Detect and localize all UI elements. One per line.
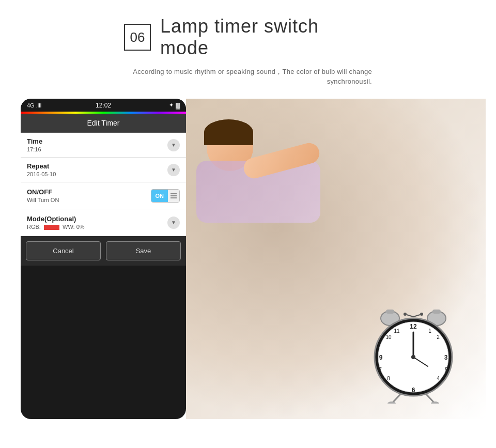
svg-text:12: 12: [410, 323, 417, 330]
svg-text:11: 11: [394, 328, 400, 334]
svg-text:6: 6: [412, 387, 415, 394]
toggle-on-label[interactable]: ON: [151, 190, 168, 202]
main-content: 4G .lll 12:02 ✦ ▓ Edit Timer Time 17:16 …: [0, 99, 496, 419]
svg-text:2: 2: [437, 334, 440, 340]
page-title: Lamp timer switch mode: [160, 16, 372, 59]
svg-text:8: 8: [387, 376, 390, 381]
time-chevron[interactable]: ▼: [167, 139, 180, 151]
svg-line-6: [413, 315, 420, 317]
cancel-button[interactable]: Cancel: [26, 241, 101, 260]
svg-text:1: 1: [428, 328, 431, 334]
on-off-toggle[interactable]: ON: [151, 189, 180, 203]
svg-text:7: 7: [379, 367, 382, 373]
svg-point-28: [431, 401, 439, 404]
action-buttons: Cancel Save: [21, 236, 186, 266]
svg-line-25: [393, 394, 400, 403]
svg-text:3: 3: [444, 354, 448, 361]
onoff-row[interactable]: ON/OFF Will Turn ON ON: [21, 182, 186, 209]
svg-point-5: [404, 313, 407, 316]
svg-rect-2: [386, 310, 394, 314]
svg-point-27: [388, 401, 396, 404]
repeat-row[interactable]: Repeat 2016-05-10 ▼: [21, 158, 186, 182]
subtitle-text: According to music rhythm or speaking so…: [133, 68, 372, 85]
svg-line-26: [426, 394, 434, 403]
rgb-color-bar: [44, 225, 59, 230]
status-right: ✦ ▓: [169, 102, 180, 109]
repeat-chevron[interactable]: ▼: [167, 164, 180, 176]
section-number: 06: [124, 24, 151, 51]
mode-chevron[interactable]: ▼: [167, 217, 180, 229]
status-bar: 4G .lll 12:02 ✦ ▓: [21, 99, 186, 112]
mode-row[interactable]: Mode(Optional) RGB: WW: 0% ▼: [21, 209, 186, 236]
app-header: Edit Timer: [21, 114, 186, 133]
timer-rows: Time 17:16 ▼ Repeat 2016-05-10 ▼ ON/OFF …: [21, 133, 186, 236]
svg-text:10: 10: [385, 334, 392, 340]
svg-rect-3: [432, 310, 441, 314]
person-illustration: [191, 109, 336, 254]
save-button[interactable]: Save: [106, 241, 181, 260]
time-row[interactable]: Time 17:16 ▼: [21, 133, 186, 158]
svg-point-24: [411, 355, 415, 359]
phone-mockup: 4G .lll 12:02 ✦ ▓ Edit Timer Time 17:16 …: [21, 99, 186, 419]
svg-text:4: 4: [437, 376, 440, 381]
svg-text:9: 9: [379, 354, 383, 361]
status-signal: 4G .lll: [27, 102, 41, 109]
status-time: 12:02: [96, 102, 111, 109]
alarm-clock: 12 3 6 9 2 4 8 10 1 11 5 7: [362, 290, 465, 404]
photo-section: 12 3 6 9 2 4 8 10 1 11 5 7: [186, 99, 486, 419]
svg-point-7: [420, 313, 423, 316]
subtitle-section: According to music rhythm or speaking so…: [0, 67, 496, 99]
svg-line-4: [407, 315, 413, 317]
header-section: 06 Lamp timer switch mode: [0, 0, 496, 67]
svg-text:5: 5: [445, 367, 448, 373]
toggle-bars: [168, 190, 179, 202]
